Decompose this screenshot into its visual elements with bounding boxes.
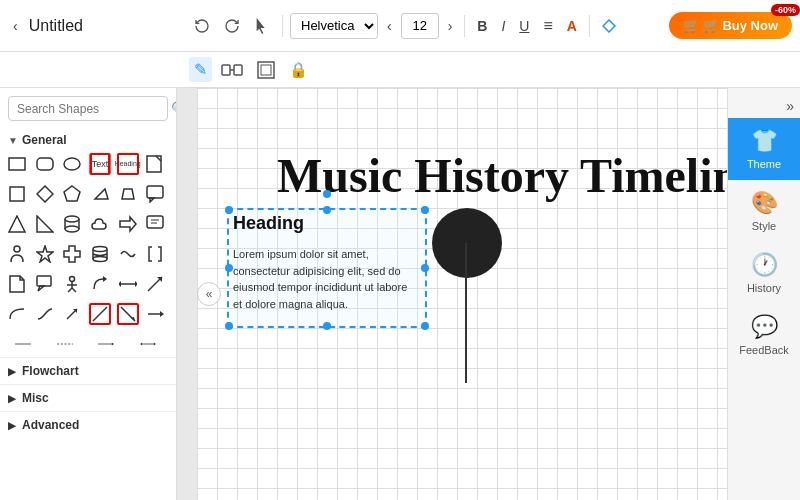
handle-ml[interactable]	[225, 264, 233, 272]
shape-doc[interactable]	[6, 273, 28, 295]
shape-diagonal-arrow[interactable]	[144, 273, 166, 295]
svg-marker-19	[37, 216, 53, 232]
handle-br[interactable]	[421, 322, 429, 330]
section-advanced[interactable]: ▶ Advanced	[0, 411, 176, 438]
font-size-input[interactable]: 12	[401, 13, 439, 39]
shape-rounded-rect[interactable]	[34, 153, 56, 175]
svg-marker-24	[120, 217, 136, 231]
style-label: Style	[752, 220, 776, 232]
undo-button[interactable]	[189, 15, 215, 37]
shape-back-diagonal[interactable]	[117, 303, 139, 325]
handle-mr[interactable]	[421, 264, 429, 272]
shape-cloud[interactable]	[89, 213, 111, 235]
svg-marker-29	[37, 246, 53, 262]
svg-point-33	[93, 257, 107, 262]
shape-note[interactable]	[144, 153, 166, 175]
shape-line-arrow[interactable]	[89, 333, 123, 355]
section-flowchart[interactable]: ▶ Flowchart	[0, 357, 176, 384]
shape-star[interactable]	[34, 243, 56, 265]
canvas-circle[interactable]	[432, 208, 502, 278]
shape-diamond2[interactable]	[34, 183, 56, 205]
frame-button[interactable]	[252, 58, 280, 82]
shape-ellipse[interactable]	[61, 153, 83, 175]
color-button[interactable]: A	[562, 15, 582, 37]
handle-tm[interactable]	[323, 206, 331, 214]
shape-cylinder[interactable]	[61, 213, 83, 235]
pointer-button[interactable]	[249, 15, 275, 37]
shape-line-solid[interactable]	[6, 333, 40, 355]
shape-person2[interactable]	[61, 273, 83, 295]
lock-button[interactable]: 🔒	[284, 58, 313, 82]
panel-item-feedback[interactable]: 💬 FeedBack	[728, 304, 800, 366]
canvas-nav-left[interactable]: «	[197, 282, 221, 306]
feedback-label: FeedBack	[739, 344, 789, 356]
shape-speech[interactable]	[144, 183, 166, 205]
underline-button[interactable]: U	[514, 15, 534, 37]
shape-heading[interactable]: Heading	[117, 153, 139, 175]
shapes-grid-3	[0, 211, 176, 241]
shape-heading-label: Heading	[117, 153, 139, 175]
shape-wave[interactable]	[117, 243, 139, 265]
shape-parallelogram[interactable]	[89, 183, 111, 205]
canvas-line[interactable]	[465, 243, 467, 383]
panel-item-style[interactable]: 🎨 Style	[728, 180, 800, 242]
redo-button[interactable]	[219, 15, 245, 37]
canvas-body-text[interactable]: Lorem ipsum dolor sit amet, consectetur …	[233, 246, 411, 312]
shape-small-arrow[interactable]	[144, 303, 166, 325]
shape-line-dashed[interactable]	[48, 333, 82, 355]
handle-bm[interactable]	[323, 322, 331, 330]
draw-tool-button[interactable]: ✎	[189, 57, 212, 82]
italic-button[interactable]: I	[496, 15, 510, 37]
section-general-header[interactable]: ▼ General	[0, 129, 176, 151]
diamond-icon-button[interactable]	[597, 16, 621, 36]
handle-tr[interactable]	[421, 206, 429, 214]
search-input[interactable]	[17, 102, 167, 116]
discount-badge: -60%	[771, 4, 800, 16]
toolbar-row1: ‹ Untitled Helvetica ‹ 12 › B I U ≡ A 🛒 …	[0, 0, 800, 52]
canvas-title[interactable]: Music History Timeline	[277, 148, 727, 203]
panel-item-theme[interactable]: 👕 Theme	[728, 118, 800, 180]
handle-bl[interactable]	[225, 322, 233, 330]
shape-bracket[interactable]	[144, 243, 166, 265]
shape-person[interactable]	[6, 243, 28, 265]
divider3	[589, 15, 590, 37]
shape-line-double-arrow[interactable]	[131, 333, 165, 355]
shape-arrow-curved[interactable]	[89, 273, 111, 295]
canvas-heading[interactable]: Heading	[233, 213, 304, 234]
shape-double-arrow[interactable]	[117, 273, 139, 295]
shape-arrow-right[interactable]	[117, 213, 139, 235]
shape-s-curve[interactable]	[34, 303, 56, 325]
font-family-select[interactable]: Helvetica	[290, 13, 378, 39]
shape-rtriangle[interactable]	[34, 213, 56, 235]
handle-tl[interactable]	[225, 206, 233, 214]
shape-trapezoid[interactable]	[117, 183, 139, 205]
font-size-up[interactable]: ›	[443, 15, 458, 37]
shape-text[interactable]: Text	[89, 153, 111, 175]
panel-expand-button[interactable]: »	[780, 94, 800, 118]
font-size-down[interactable]: ‹	[382, 15, 397, 37]
shape-db[interactable]	[89, 243, 111, 265]
connector-button[interactable]	[216, 58, 248, 82]
shapes-grid-2	[0, 181, 176, 211]
align-button[interactable]: ≡	[538, 14, 557, 38]
svg-line-40	[72, 288, 76, 292]
section-misc[interactable]: ▶ Misc	[0, 384, 176, 411]
shape-triangle[interactable]	[6, 213, 28, 235]
canvas[interactable]: « Music History Timeline Heading Lorem i…	[197, 88, 727, 500]
shape-pentagon[interactable]	[61, 183, 83, 205]
buy-now-button[interactable]: 🛒 🛒 Buy Now -60%	[669, 12, 792, 39]
shape-diagonal-line[interactable]	[89, 303, 111, 325]
handle-rot[interactable]	[323, 190, 331, 198]
svg-point-8	[64, 158, 80, 170]
bold-button[interactable]: B	[472, 15, 492, 37]
shape-chat[interactable]	[144, 213, 166, 235]
shape-square[interactable]	[6, 183, 28, 205]
shape-semicircle[interactable]	[6, 303, 28, 325]
panel-item-history[interactable]: 🕐 History	[728, 242, 800, 304]
shape-arrow-up-right[interactable]	[61, 303, 83, 325]
shape-rectangle[interactable]	[6, 153, 28, 175]
section-general-label: General	[22, 133, 67, 147]
back-button[interactable]: ‹	[8, 15, 23, 37]
shape-cross[interactable]	[61, 243, 83, 265]
shape-callout[interactable]	[34, 273, 56, 295]
